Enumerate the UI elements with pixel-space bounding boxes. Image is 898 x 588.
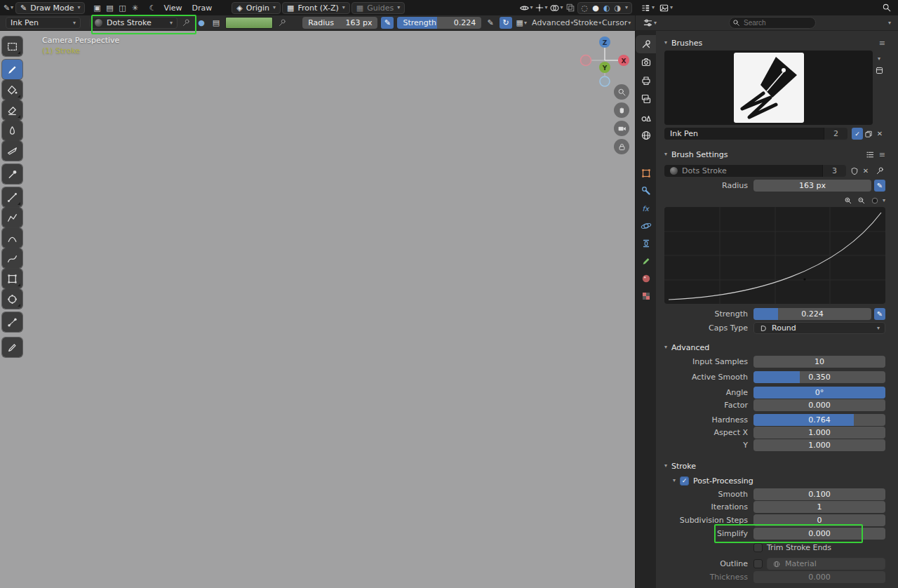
material-users-count[interactable]: 3 [822, 165, 846, 177]
tab-material[interactable] [636, 269, 657, 287]
search-button[interactable] [881, 1, 892, 14]
aspect-x-slider[interactable]: 1.000 [753, 427, 885, 439]
curve-preset-button[interactable] [869, 195, 880, 206]
tab-constraints[interactable] [636, 234, 657, 252]
tab-view-layer[interactable] [636, 90, 657, 108]
brush-settings-panel-header[interactable]: ▾ Brush Settings ≡ [664, 148, 885, 161]
tab-output[interactable] [636, 72, 657, 90]
tool-annotate[interactable] [2, 338, 22, 357]
unlink-material-button[interactable]: ✕ [860, 166, 871, 177]
chevron-down-icon[interactable]: ▾ [878, 56, 880, 62]
brushes-panel-header[interactable]: ▾ Brushes ≡ [664, 36, 885, 49]
menu-icon[interactable]: ≡ [879, 150, 885, 159]
menu-draw[interactable]: Draw [188, 4, 217, 13]
tab-visual-effects[interactable]: fx [636, 199, 657, 217]
editor-type-button[interactable]: ✎ ▾ [3, 1, 14, 14]
caps-type-dropdown[interactable]: Round ▾ [753, 322, 885, 334]
material-field[interactable]: Dots Stroke [664, 165, 822, 177]
active-smooth-slider[interactable]: 0.350 [753, 371, 885, 383]
fake-user-toggle[interactable]: ✓ [852, 128, 863, 140]
duplicate-button[interactable] [863, 128, 874, 140]
xray-toggle[interactable] [565, 1, 576, 14]
tool-box[interactable] [2, 269, 22, 288]
snap-icon[interactable]: ✳ [129, 1, 140, 14]
simplify-slider[interactable]: 0.000 [753, 528, 885, 540]
asset-browser-icon[interactable] [875, 66, 884, 75]
brush-preview[interactable] [664, 51, 873, 125]
strength-pressure-toggle[interactable]: ✎ [874, 308, 885, 320]
tool-draw[interactable] [2, 60, 22, 79]
view-layer-selector[interactable]: ▾ [659, 1, 673, 14]
visibility-dropdown[interactable]: ▾ [519, 1, 533, 14]
post-processing-panel-header[interactable]: ▾ ✓ Post-Processing [664, 474, 885, 487]
falloff-icon[interactable]: ▤ [104, 1, 115, 14]
chevron-down-icon[interactable]: ▾ [888, 20, 891, 26]
tool-polyline[interactable] [2, 208, 22, 227]
tool-box-select[interactable] [2, 36, 22, 56]
tool-eyedropper[interactable] [2, 164, 22, 184]
tool-erase[interactable] [2, 100, 22, 120]
tab-object[interactable] [636, 164, 657, 182]
pin-material-toggle[interactable] [181, 17, 192, 29]
overlays-dropdown[interactable]: ▾ [549, 1, 563, 14]
tool-line[interactable] [2, 187, 22, 207]
tool-arc[interactable] [2, 228, 22, 248]
tab-tool[interactable] [636, 35, 657, 53]
outline-checkbox[interactable] [753, 559, 763, 568]
factor-slider[interactable]: 0.000 [753, 399, 885, 411]
post-processing-checkbox[interactable]: ✓ [680, 476, 689, 486]
fake-user-button[interactable] [849, 166, 860, 177]
unlink-button[interactable]: ✕ [874, 128, 885, 140]
tool-cutter[interactable] [2, 141, 22, 161]
guides-dropdown[interactable]: ▦ Guides ▾ [351, 2, 405, 14]
multiframe-icon[interactable]: ▣ [91, 1, 102, 14]
advanced-popover[interactable]: Advanced ▾ [534, 17, 571, 29]
material-mode-icon[interactable]: ● [196, 17, 207, 29]
vertex-color-swatch[interactable] [225, 17, 273, 29]
subdivision-steps-slider[interactable]: 0 [753, 514, 885, 526]
search-input[interactable] [729, 17, 816, 29]
aspect-y-slider[interactable]: 1.000 [753, 439, 885, 451]
chevron-down-icon[interactable]: ▾ [883, 198, 885, 203]
lock-view-button[interactable] [614, 139, 629, 154]
tab-texture[interactable] [636, 287, 657, 305]
shading-solid-button[interactable]: ● [592, 4, 599, 12]
iterations-slider[interactable]: 1 [753, 501, 885, 513]
zoom-button[interactable] [614, 84, 629, 100]
menu-view[interactable]: View [159, 4, 186, 13]
stroke-panel-header[interactable]: ▾ Stroke [664, 460, 885, 472]
mode-dropdown[interactable]: ✎ Draw Mode ▾ [15, 2, 85, 14]
list-icon[interactable] [866, 150, 875, 159]
tool-interpolate[interactable] [2, 312, 22, 332]
tab-modifiers[interactable] [636, 182, 657, 199]
hardness-slider[interactable]: 0.764 [753, 414, 885, 426]
radius-pressure-toggle[interactable]: ✎ [381, 17, 394, 29]
stroke-direction-toggle[interactable]: ↻ [500, 17, 512, 29]
tool-curve[interactable] [2, 248, 22, 268]
orientation-dropdown[interactable]: ▦ Front (X-Z) ▾ [282, 2, 350, 14]
thickness-slider[interactable]: 0.000 [753, 571, 885, 583]
pin-color-toggle[interactable] [276, 17, 288, 29]
strength-slider[interactable]: 0.224 [753, 308, 871, 320]
cursor-popover[interactable]: Cursor ▾ [603, 17, 629, 29]
pin-brush-toggle[interactable] [874, 166, 885, 177]
smooth-slider[interactable]: 0.100 [753, 488, 885, 500]
camera-view-button[interactable] [614, 121, 629, 136]
outline-material-field[interactable]: Material [767, 558, 885, 570]
curve-zoom-in-button[interactable] [843, 195, 854, 206]
tool-fill[interactable] [2, 80, 22, 100]
shading-wireframe-button[interactable]: ◌ [582, 4, 589, 12]
brush-dropdown[interactable]: Ink Pen ▾ [6, 17, 81, 29]
input-samples-slider[interactable]: 10 [753, 356, 885, 368]
menu-icon[interactable]: ≡ [879, 39, 885, 48]
tab-scene[interactable] [636, 108, 657, 126]
brush-users-count[interactable]: 2 [824, 128, 847, 140]
tab-world[interactable] [636, 126, 657, 145]
tab-physics[interactable] [636, 217, 657, 234]
radius-pressure-toggle[interactable]: ✎ [874, 180, 885, 192]
shading-rendered-button[interactable]: ◑ [614, 4, 621, 12]
curve-zoom-out-button[interactable] [856, 195, 867, 206]
radius-slider[interactable]: 163 px [753, 180, 871, 192]
tool-circle[interactable] [2, 289, 22, 309]
material-dropdown[interactable]: Dots Stroke ▾ [90, 17, 177, 29]
